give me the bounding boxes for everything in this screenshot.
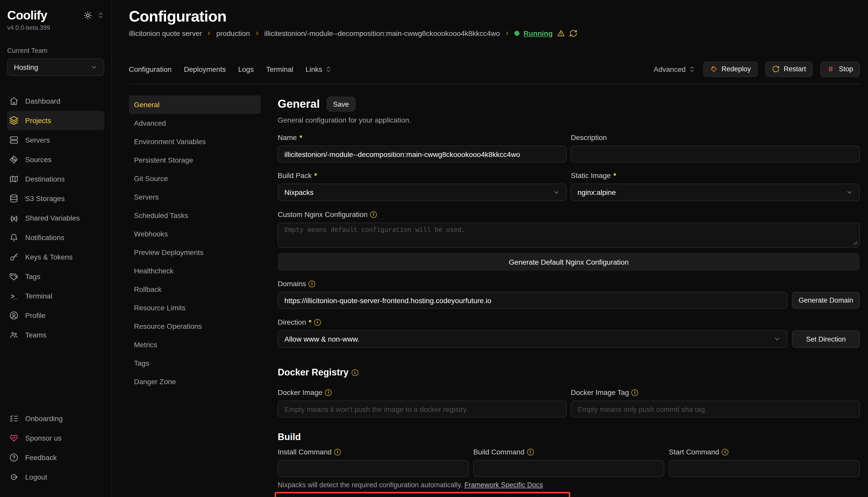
subnav-item-resource-operations[interactable]: Resource Operations xyxy=(129,317,261,336)
general-form: General Save General configuration for y… xyxy=(278,96,860,497)
sidebar-item-keys-tokens[interactable]: Keys & Tokens xyxy=(7,247,104,267)
sidebar-item-profile[interactable]: Profile xyxy=(7,306,104,325)
save-button[interactable]: Save xyxy=(327,97,356,112)
status-dot xyxy=(514,31,520,36)
shared-variables-icon: (x) xyxy=(9,214,18,222)
start-command-input[interactable] xyxy=(669,460,860,477)
sidebar-item-dashboard[interactable]: Dashboard xyxy=(7,91,104,111)
subnav-item-general[interactable]: General xyxy=(129,96,261,114)
sidebar-item-sources[interactable]: Sources xyxy=(7,150,104,169)
breadcrumb-environment[interactable]: production xyxy=(216,29,250,38)
name-input[interactable] xyxy=(278,146,567,163)
sidebar-item-onboarding[interactable]: Onboarding xyxy=(7,409,104,428)
breadcrumb-resource[interactable]: illicitestonion/-module--decomposition:m… xyxy=(264,29,500,38)
info-icon: i xyxy=(334,449,341,455)
subnav-item-danger-zone[interactable]: Danger Zone xyxy=(129,373,261,391)
docker-image-input[interactable] xyxy=(278,401,567,418)
status-badge[interactable]: Running xyxy=(524,29,553,38)
layers-icon xyxy=(9,116,18,125)
subnav-item-persistent-storage[interactable]: Persistent Storage xyxy=(129,151,261,170)
restart-label: Restart xyxy=(784,65,806,73)
framework-docs-link[interactable]: Framework Specific Docs xyxy=(464,481,543,489)
tab-deployments[interactable]: Deployments xyxy=(184,65,226,73)
sidebar-item-shared-variables[interactable]: (x) Shared Variables xyxy=(7,208,104,228)
set-direction-button[interactable]: Set Direction xyxy=(792,330,860,348)
resize-handle-icon[interactable] xyxy=(853,241,858,245)
sidebar-item-tags[interactable]: Tags xyxy=(7,267,104,286)
subnav-item-advanced[interactable]: Advanced xyxy=(129,114,261,132)
chevron-down-icon xyxy=(846,189,853,196)
current-team-label: Current Team xyxy=(7,47,104,54)
sidebar-item-projects[interactable]: Projects xyxy=(7,111,104,130)
sidebar-item-s3-storages[interactable]: S3 Storages xyxy=(7,189,104,208)
sidebar-item-logout[interactable]: Logout xyxy=(7,467,104,487)
sidebar-item-label: Dashboard xyxy=(25,97,60,105)
subnav-item-environment-variables[interactable]: Environment Variables xyxy=(129,132,261,151)
build-pack-label: Build Pack xyxy=(278,172,312,180)
breadcrumb-project[interactable]: illicitonion quote server xyxy=(129,29,202,38)
domains-input[interactable] xyxy=(278,292,787,309)
sidebar-item-servers[interactable]: Servers xyxy=(7,130,104,150)
sidebar-item-sponsor-us[interactable]: Sponsor us xyxy=(7,428,104,448)
nixpacks-note: Nixpacks will detect the required config… xyxy=(278,481,860,489)
install-command-label: Install Command xyxy=(278,448,332,456)
stop-button[interactable]: Stop xyxy=(820,61,860,77)
build-command-input[interactable] xyxy=(473,460,664,477)
sidebar-item-teams[interactable]: Teams xyxy=(7,325,104,345)
sidebar-item-label: Projects xyxy=(25,116,51,125)
tab-label: Configuration xyxy=(129,65,172,73)
subnav-item-git-source[interactable]: Git Source xyxy=(129,170,261,188)
build-pack-select[interactable]: Nixpacks xyxy=(278,184,567,201)
subnav-item-metrics[interactable]: Metrics xyxy=(129,336,261,354)
static-image-select[interactable]: nginx:alpine xyxy=(571,184,860,201)
reload-icon[interactable] xyxy=(569,29,577,38)
subnav-item-resource-limits[interactable]: Resource Limits xyxy=(129,299,261,317)
redeploy-button[interactable]: Redeploy xyxy=(703,61,757,77)
tab-terminal[interactable]: Terminal xyxy=(266,65,293,73)
tab-logs[interactable]: Logs xyxy=(238,65,254,73)
tab-links[interactable]: Links xyxy=(306,65,332,73)
sidebar-item-terminal[interactable]: >_ Terminal xyxy=(7,286,104,306)
description-input[interactable] xyxy=(571,146,860,163)
sidebar-item-destinations[interactable]: Destinations xyxy=(7,169,104,189)
chevron-down-icon xyxy=(90,63,98,71)
install-command-input[interactable] xyxy=(278,460,469,477)
sidebar-item-feedback[interactable]: Feedback xyxy=(7,448,104,467)
sidebar-item-label: Sources xyxy=(25,155,52,164)
docker-image-tag-input[interactable] xyxy=(571,401,860,418)
start-command-label: Start Command xyxy=(669,448,719,456)
advanced-dropdown[interactable]: Advanced xyxy=(654,65,695,73)
subnav-item-servers[interactable]: Servers xyxy=(129,188,261,207)
sidebar-item-label: Feedback xyxy=(25,453,57,462)
theme-sun-icon[interactable] xyxy=(84,11,92,19)
nixpacks-note-text: Nixpacks will detect the required config… xyxy=(278,481,463,489)
sidebar-item-notifications[interactable]: Notifications xyxy=(7,228,104,247)
restart-button[interactable]: Restart xyxy=(765,61,813,77)
theme-selector-chevrons-icon[interactable] xyxy=(97,12,104,19)
sidebar-item-label: Servers xyxy=(25,136,50,144)
subnav-item-webhooks[interactable]: Webhooks xyxy=(129,225,261,243)
direction-select[interactable]: Allow www & non-www. xyxy=(278,330,787,348)
tabbar-divider xyxy=(129,83,860,84)
subnav-item-preview-deployments[interactable]: Preview Deployments xyxy=(129,243,261,262)
required-asterisk: * xyxy=(309,318,312,326)
subnav-item-scheduled-tasks[interactable]: Scheduled Tasks xyxy=(129,207,261,225)
chevron-right-icon xyxy=(206,30,212,37)
generate-nginx-button[interactable]: Generate Default Nginx Configuration xyxy=(278,253,860,271)
subnav-item-tags[interactable]: Tags xyxy=(129,354,261,373)
generate-domain-button[interactable]: Generate Domain xyxy=(792,292,860,309)
stop-label: Stop xyxy=(839,65,853,73)
info-icon: i xyxy=(527,449,534,455)
warning-triangle-icon[interactable] xyxy=(557,29,565,38)
team-select[interactable]: Hosting xyxy=(7,58,104,76)
subnav-item-rollback[interactable]: Rollback xyxy=(129,280,261,299)
tab-configuration[interactable]: Configuration xyxy=(129,65,172,73)
subnav-item-healthcheck[interactable]: Healthcheck xyxy=(129,262,261,280)
page-title: Configuration xyxy=(129,7,860,26)
build-pack-value: Nixpacks xyxy=(284,188,314,197)
sidebar-item-label: Terminal xyxy=(25,292,52,300)
info-icon: i xyxy=(352,370,358,376)
custom-nginx-textarea[interactable] xyxy=(278,223,860,248)
redeploy-label: Redeploy xyxy=(721,65,751,73)
docker-image-label: Docker Image xyxy=(278,388,322,397)
